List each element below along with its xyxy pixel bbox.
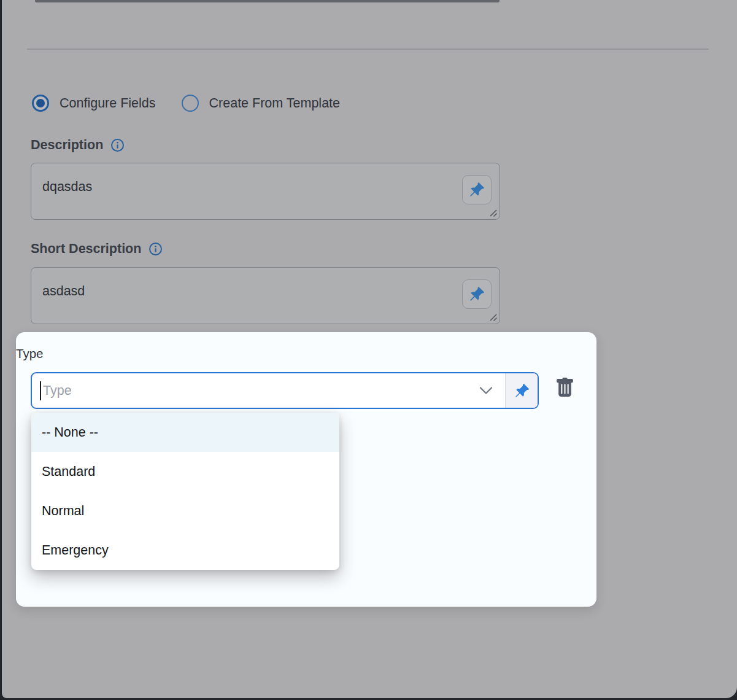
info-icon[interactable] <box>149 242 163 256</box>
type-combobox-input[interactable]: Type <box>32 373 505 408</box>
dropdown-option-emergency[interactable]: Emergency <box>31 531 339 570</box>
short-description-label-row: Short Description <box>31 241 163 257</box>
resize-handle[interactable] <box>488 313 498 322</box>
dropdown-option-none[interactable]: -- None -- <box>31 413 339 452</box>
radio-option-configure-fields[interactable]: Configure Fields <box>32 95 156 112</box>
type-placeholder: Type <box>43 383 72 399</box>
dropdown-option-normal[interactable]: Normal <box>31 491 339 531</box>
type-label: Type <box>16 346 43 361</box>
description-label: Description <box>31 138 103 153</box>
short-description-textarea[interactable]: asdasd <box>31 267 500 324</box>
cropped-field-bottom-edge <box>35 0 500 2</box>
radio-option-create-from-template[interactable]: Create From Template <box>182 95 341 112</box>
pin-button[interactable] <box>462 279 492 309</box>
radio-selected-icon[interactable] <box>32 95 49 112</box>
delete-field-button[interactable] <box>551 373 578 402</box>
description-label-row: Description <box>31 138 125 153</box>
radio-label: Create From Template <box>209 96 341 111</box>
description-textarea[interactable]: dqasdas <box>31 163 500 220</box>
pushpin-icon <box>514 383 530 399</box>
radio-label: Configure Fields <box>60 96 156 111</box>
pushpin-icon <box>469 286 485 302</box>
short-description-label: Short Description <box>31 241 141 257</box>
page-background: Configure Fields Create From Template De… <box>0 0 737 700</box>
type-dropdown-list: -- None -- Standard Normal Emergency <box>31 413 339 570</box>
chevron-down-icon[interactable] <box>479 386 493 395</box>
dropdown-option-standard[interactable]: Standard <box>31 452 339 491</box>
trash-icon <box>555 376 575 399</box>
description-value: dqasdas <box>42 179 92 195</box>
creation-mode-radio-group: Configure Fields Create From Template <box>32 95 340 112</box>
short-description-value: asdasd <box>42 284 85 299</box>
pin-button[interactable] <box>462 175 492 204</box>
resize-handle[interactable] <box>488 208 498 217</box>
pushpin-icon <box>469 182 485 198</box>
pin-button[interactable] <box>505 373 538 408</box>
info-icon[interactable] <box>110 138 125 152</box>
text-cursor <box>40 381 41 400</box>
section-divider <box>27 49 709 50</box>
radio-unselected-icon[interactable] <box>182 95 199 112</box>
type-combobox[interactable]: Type <box>31 372 539 409</box>
